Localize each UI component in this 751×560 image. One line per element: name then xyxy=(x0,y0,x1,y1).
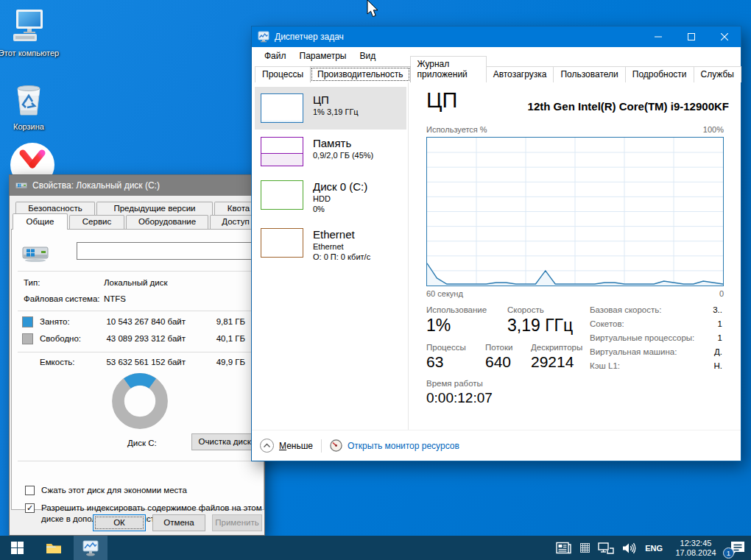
disk-usage-donut xyxy=(111,372,169,430)
computer-icon xyxy=(11,9,46,44)
free-space-size: 40,1 ГБ xyxy=(198,334,245,343)
resource-monitor-icon xyxy=(330,439,342,452)
clock-date: 17.08.2024 xyxy=(671,548,721,558)
memory-thumbnail xyxy=(261,137,303,166)
grid-icon[interactable] xyxy=(580,543,590,553)
minimize-icon xyxy=(655,33,662,40)
language-indicator[interactable]: ENG xyxy=(645,544,663,553)
start-button[interactable] xyxy=(0,536,34,560)
cpu-right-stats: Базовая скорость:3.. Сокетов:1 Виртуальн… xyxy=(590,303,722,373)
network-icon[interactable] xyxy=(598,542,614,554)
file-explorer-button[interactable] xyxy=(37,536,71,560)
cpu-usage-chart[interactable] xyxy=(426,137,724,286)
menu-view[interactable]: Вид xyxy=(353,49,382,63)
ok-button[interactable]: ОК xyxy=(93,514,146,531)
properties-dialog: Свойства: Локальный диск (C:) Безопаснос… xyxy=(9,174,265,536)
task-manager-taskbar-button[interactable] xyxy=(74,536,107,560)
task-manager-menubar: Файл Параметры Вид xyxy=(252,47,741,65)
sidebar-item-title: Память xyxy=(313,137,373,150)
chevron-up-icon xyxy=(260,439,274,453)
used-space-swatch xyxy=(22,316,33,327)
capacity-bytes: 53 632 561 152 байт xyxy=(75,358,186,366)
tab-performance[interactable]: Производительность xyxy=(310,66,410,82)
properties-tabs: Безопасность Предыдущие версии Квота Общ… xyxy=(10,202,264,230)
filesystem-label: Файловая система: xyxy=(24,294,100,303)
tab-processes[interactable]: Процессы xyxy=(255,66,311,82)
uptime-label: Время работы xyxy=(426,379,582,388)
cpu-model-name: 12th Gen Intel(R) Core(TM) i9-12900KF xyxy=(528,100,729,113)
sockets-label: Сокетов: xyxy=(590,317,624,331)
base-speed-label: Базовая скорость: xyxy=(590,303,661,317)
disk-type-value: Локальный диск xyxy=(104,278,167,287)
sidebar-item-ethernet[interactable]: Ethernet Ethernet О: 0 П: 0 кбит/с xyxy=(255,221,406,269)
taskbar: ENG 12:32:45 17.08.2024 1 xyxy=(0,536,751,560)
volume-label-input[interactable] xyxy=(77,242,261,260)
virtual-processors-label: Виртуальные процессоры: xyxy=(590,331,694,345)
speed-label: Скорость xyxy=(507,305,573,314)
tab-previous-versions[interactable]: Предыдущие версии xyxy=(96,202,213,215)
processes-value: 63 xyxy=(426,353,485,371)
sidebar-item-disk0[interactable]: Диск 0 (C:) HDD 0% xyxy=(255,174,406,221)
task-manager-titlebar[interactable]: Диспетчер задач xyxy=(252,26,741,47)
ethernet-thumbnail xyxy=(261,228,303,258)
desktop-icon-label: Этот компьютер xyxy=(0,49,60,58)
clock[interactable]: 12:32:45 17.08.2024 xyxy=(671,539,721,558)
general-tab-page: Тип: Локальный диск Файловая система: NT… xyxy=(11,229,264,510)
fewer-details-button[interactable]: Меньше xyxy=(260,439,313,453)
close-icon xyxy=(721,33,728,40)
virtual-processors-value: 1 xyxy=(718,331,722,345)
clock-time: 12:32:45 xyxy=(671,539,721,548)
apply-button[interactable]: Применить xyxy=(212,514,262,531)
close-button[interactable] xyxy=(708,26,741,47)
virtual-machine-label: Виртуальная машина: xyxy=(590,345,677,359)
tab-services[interactable]: Службы xyxy=(694,66,741,82)
processes-label: Процессы xyxy=(426,343,485,352)
tab-app-history[interactable]: Журнал приложений xyxy=(410,56,487,82)
speed-value: 3,19 ГГц xyxy=(507,316,573,335)
cpu-stats: Использование 1% Скорость 3,19 ГГц Проце… xyxy=(426,305,582,406)
threads-label: Потоки xyxy=(485,343,531,352)
menu-file[interactable]: Файл xyxy=(258,49,293,63)
used-space-size: 9,81 ГБ xyxy=(198,317,245,326)
task-manager-icon xyxy=(258,31,269,43)
sidebar-item-subtitle: HDD xyxy=(313,194,367,204)
properties-dialog-titlebar[interactable]: Свойства: Локальный диск (C:) xyxy=(10,175,264,196)
sidebar-item-memory[interactable]: Память 0,9/2,0 ГБ (45%) xyxy=(255,130,406,173)
tab-users[interactable]: Пользователи xyxy=(553,66,625,82)
free-space-swatch xyxy=(22,333,33,344)
tab-general[interactable]: Общие xyxy=(13,213,68,230)
sidebar-item-title: Диск 0 (C:) xyxy=(313,180,367,194)
tab-hardware[interactable]: Оборудование xyxy=(126,215,208,229)
action-center-button[interactable]: 1 xyxy=(729,539,747,557)
tab-tools[interactable]: Сервис xyxy=(69,215,124,229)
maximize-button[interactable] xyxy=(674,26,708,47)
mouse-cursor xyxy=(367,0,380,19)
chart-timespan-label: 60 секунд xyxy=(426,289,463,298)
free-space-bytes: 43 089 293 312 байт xyxy=(75,334,186,343)
menu-options[interactable]: Параметры xyxy=(293,49,353,63)
resource-monitor-label: Открыть монитор ресурсов xyxy=(348,441,459,451)
volume-icon[interactable] xyxy=(622,542,637,554)
compress-disk-checkbox[interactable] xyxy=(25,486,35,495)
utilization-label: Использование xyxy=(426,305,507,314)
handles-label: Дескрипторы xyxy=(531,343,582,352)
disk-c-label: Диск C: xyxy=(127,439,157,447)
utilization-value: 1% xyxy=(426,316,507,335)
performance-sidebar: ЦП 1% 3,19 ГГц Память 0,9/2,0 ГБ (45%) xyxy=(255,87,406,269)
minimize-button[interactable] xyxy=(641,26,674,47)
sidebar-item-cpu[interactable]: ЦП 1% 3,19 ГГц xyxy=(255,87,406,130)
tab-startup[interactable]: Автозагрузка xyxy=(486,66,554,82)
news-icon[interactable] xyxy=(556,542,572,554)
cancel-button[interactable]: Отмена xyxy=(152,514,205,531)
l1-cache-label: Кэш L1: xyxy=(590,359,620,373)
task-manager-icon xyxy=(82,540,99,556)
desktop-icon-recycle-bin[interactable]: Корзина xyxy=(0,81,60,132)
capacity-label: Емкость: xyxy=(40,358,74,366)
tab-details[interactable]: Подробности xyxy=(625,66,694,82)
task-manager-title: Диспетчер задач xyxy=(275,32,641,42)
open-resource-monitor-link[interactable]: Открыть монитор ресурсов xyxy=(330,439,459,452)
desktop-icon-this-pc[interactable]: Этот компьютер xyxy=(0,9,60,58)
cpu-heading: ЦП xyxy=(426,88,457,113)
sidebar-item-subtitle2: О: 0 П: 0 кбит/с xyxy=(313,252,370,262)
desktop: Этот компьютер Корзина xyxy=(0,0,751,560)
